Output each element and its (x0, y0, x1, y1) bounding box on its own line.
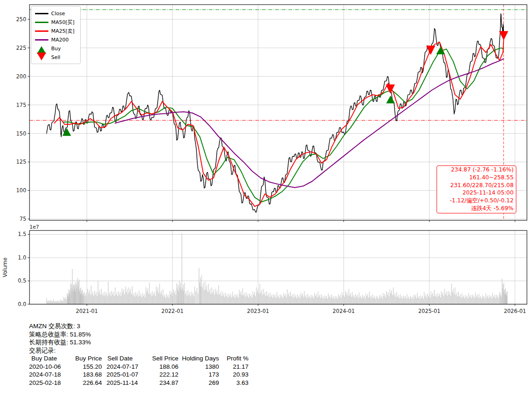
trades-header: Buy Date Buy Price Sell Date Sell Price … (29, 354, 248, 363)
svg-text:2022-01: 2022-01 (161, 308, 183, 314)
svg-text:2023-01: 2023-01 (247, 308, 269, 314)
figure: 751001251501752002252500.00.51.01.52021-… (0, 0, 532, 395)
close-line (47, 14, 503, 212)
legend-label: Close (51, 11, 65, 17)
strategy-return-line: 策略总收益率: 51.85% (29, 330, 248, 339)
col-holding-days: Holding Days (178, 354, 219, 363)
gridlines (30, 5, 527, 304)
svg-text:75: 75 (19, 216, 26, 222)
holding-return-line: 长期持有收益: 51.33% (29, 338, 248, 347)
svg-text:250: 250 (16, 16, 26, 23)
legend-label: MA50[买] (51, 19, 75, 26)
legend-item-sell: Sell (35, 53, 77, 62)
svg-text:200: 200 (16, 73, 26, 80)
svg-text:225: 225 (16, 45, 26, 51)
legend-item-buy: Buy (35, 44, 77, 53)
col-buy-date: Buy Date (29, 354, 69, 363)
legend-label: MA25[卖] (51, 28, 75, 35)
legend: Close MA50[买] MA25[卖] MA200 Buy Sell (31, 6, 81, 64)
annotation-price-line: 234.87 (-2.76 -1.16%) (439, 166, 514, 174)
legend-label: Sell (51, 54, 60, 60)
trade-row: 2024-07-18183.682025-01-07222.1217320.93 (29, 371, 248, 379)
sell-marker-icon (426, 46, 435, 55)
col-profit: Profit % (219, 354, 248, 363)
strategy-stats: AMZN 交易次数: 3 策略总收益率: 51.85% 长期持有收益: 51.3… (29, 322, 248, 387)
svg-text:0.5: 0.5 (18, 277, 26, 284)
axis-ticks (28, 19, 515, 306)
trade-count-line: AMZN 交易次数: 3 (29, 322, 248, 330)
svg-text:100: 100 (16, 187, 26, 194)
svg-text:2025-01: 2025-01 (418, 308, 440, 314)
ma50-line-swatch (35, 22, 48, 23)
legend-item-close: Close (35, 9, 77, 18)
svg-text:150: 150 (16, 130, 26, 137)
annotation-date-line: 2025-11-14 05:00 (439, 189, 514, 197)
svg-text:2021-01: 2021-01 (76, 308, 98, 314)
buy-marker-icon (386, 95, 395, 103)
volume-axis-label: Volume (2, 258, 8, 277)
svg-text:1.5: 1.5 (18, 231, 26, 237)
trade-record-title: 交易记录: (29, 347, 248, 355)
col-sell-date: Sell Date (102, 354, 146, 363)
annotation-range-line: 161.40~258.55 (439, 174, 514, 182)
svg-text:125: 125 (16, 159, 26, 165)
annotation-streak-line: 连跌4天 -5.69% (439, 205, 514, 212)
trades-rows: 2020-10-06155.202024-07-17188.06138021.1… (29, 363, 248, 387)
volume-bars (47, 233, 508, 304)
trade-row: 2025-02-18226.642025-11-14234.872693.63 (29, 379, 248, 387)
sell-markers (386, 31, 508, 94)
svg-text:0.0: 0.0 (18, 301, 26, 307)
sell-triangle-icon (37, 53, 46, 60)
annotation-signal-line: -1.12/偏空/+0.50/-0.12 (439, 197, 514, 205)
legend-item-ma50: MA50[买] (35, 18, 77, 27)
svg-text:175: 175 (16, 102, 26, 108)
legend-label: MA200 (51, 37, 69, 43)
trade-row: 2020-10-06155.202024-07-17188.06138021.1… (29, 363, 248, 371)
legend-item-ma25: MA25[卖] (35, 27, 77, 35)
volume-offset-label: 1e7 (30, 224, 39, 230)
svg-text:1.0: 1.0 (18, 254, 26, 261)
sell-marker-icon (499, 31, 508, 40)
ma25-line-swatch (35, 30, 48, 31)
annotation-ma-line: 231.60/228.70/215.08 (439, 182, 514, 189)
ma200-line-swatch (35, 39, 48, 40)
close-line-swatch (35, 13, 48, 14)
svg-text:2024-01: 2024-01 (333, 308, 355, 314)
legend-item-ma200: MA200 (35, 35, 77, 44)
col-sell-price: Sell Price (146, 354, 178, 363)
svg-text:2026-01: 2026-01 (504, 308, 526, 314)
col-buy-price: Buy Price (69, 354, 102, 363)
info-annotation: 234.87 (-2.76 -1.16%) 161.40~258.55 231.… (437, 165, 516, 213)
legend-label: Buy (51, 46, 61, 52)
